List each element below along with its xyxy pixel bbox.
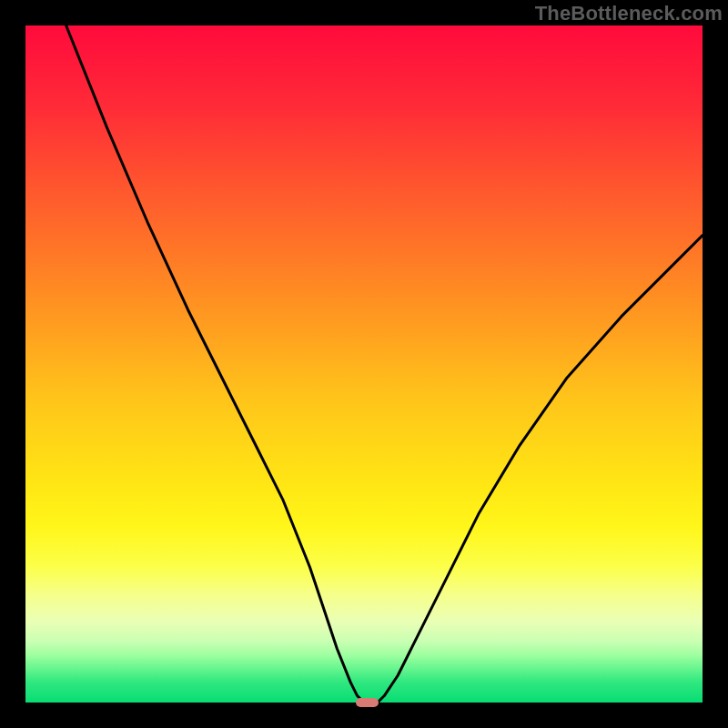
watermark-text: TheBottleneck.com — [535, 2, 723, 25]
plot-area — [25, 25, 703, 703]
optimal-marker — [356, 698, 379, 707]
bottleneck-curve — [25, 25, 703, 703]
chart-container: TheBottleneck.com — [0, 0, 728, 728]
curve-svg — [25, 25, 703, 703]
